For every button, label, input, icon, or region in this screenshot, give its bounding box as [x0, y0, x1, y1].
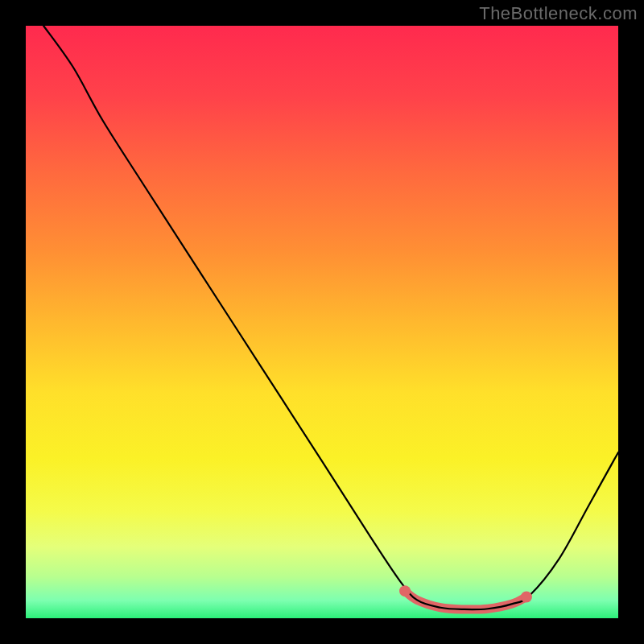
outer-frame: TheBottleneck.com: [0, 0, 644, 644]
highlight-dot: [521, 592, 532, 603]
highlight-dot: [399, 585, 411, 597]
bottleneck-chart: [0, 0, 644, 644]
gradient-background: [26, 26, 618, 618]
watermark-text: TheBottleneck.com: [479, 3, 638, 24]
